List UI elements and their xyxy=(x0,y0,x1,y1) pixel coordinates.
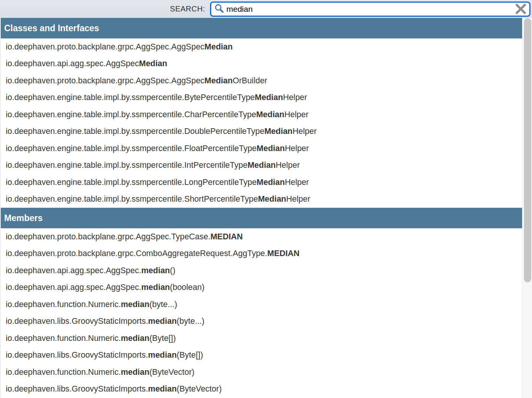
result-item[interactable]: io.deephaven.api.agg.spec.AggSpec.median… xyxy=(1,262,522,279)
result-item[interactable]: io.deephaven.engine.table.impl.by.ssmper… xyxy=(1,174,522,191)
result-item[interactable]: io.deephaven.function.Numeric.median(byt… xyxy=(1,296,522,313)
close-icon[interactable] xyxy=(515,3,527,14)
result-item[interactable]: io.deephaven.function.Numeric.median(Byt… xyxy=(1,330,522,347)
scrollbar-thumb[interactable] xyxy=(524,18,531,282)
result-item[interactable]: io.deephaven.proto.backplane.grpc.ComboA… xyxy=(1,245,522,263)
result-item[interactable]: io.deephaven.proto.backplane.grpc.AggSpe… xyxy=(1,72,522,89)
search-input-container[interactable] xyxy=(210,2,530,17)
result-item[interactable]: io.deephaven.proto.backplane.grpc.AggSpe… xyxy=(1,228,522,245)
section-header: Classes and Interfaces xyxy=(1,18,522,38)
magnifier-icon xyxy=(214,3,224,15)
result-item[interactable]: io.deephaven.api.agg.spec.AggSpecMedian xyxy=(1,56,522,73)
search-label: SEARCH: xyxy=(170,5,205,13)
result-item[interactable]: io.deephaven.engine.table.impl.by.ssmper… xyxy=(1,140,522,157)
result-item[interactable]: io.deephaven.engine.table.impl.by.ssmper… xyxy=(1,89,522,107)
search-input[interactable] xyxy=(226,3,515,15)
result-item[interactable]: io.deephaven.engine.table.impl.by.ssmper… xyxy=(1,123,522,140)
section-header: Members xyxy=(1,208,522,228)
result-item[interactable]: io.deephaven.libs.GroovyStaticImports.me… xyxy=(1,313,522,330)
results-list: Classes and Interfacesio.deephaven.proto… xyxy=(1,18,522,398)
result-item[interactable]: io.deephaven.api.agg.spec.AggSpec.median… xyxy=(1,279,522,296)
result-item[interactable]: io.deephaven.engine.table.impl.by.ssmper… xyxy=(1,106,522,123)
search-bar: SEARCH: xyxy=(0,0,532,18)
result-item[interactable]: io.deephaven.proto.backplane.grpc.AggSpe… xyxy=(1,38,522,56)
result-item[interactable]: io.deephaven.engine.table.impl.by.ssmper… xyxy=(1,157,522,174)
result-item[interactable]: io.deephaven.engine.table.impl.by.ssmper… xyxy=(1,191,522,208)
result-item[interactable]: io.deephaven.function.Numeric.median(Byt… xyxy=(1,364,522,381)
result-item[interactable]: io.deephaven.libs.GroovyStaticImports.me… xyxy=(1,381,522,398)
result-item[interactable]: io.deephaven.libs.GroovyStaticImports.me… xyxy=(1,347,522,364)
scrollbar-track[interactable] xyxy=(522,18,532,398)
search-results: Classes and Interfacesio.deephaven.proto… xyxy=(0,18,532,398)
